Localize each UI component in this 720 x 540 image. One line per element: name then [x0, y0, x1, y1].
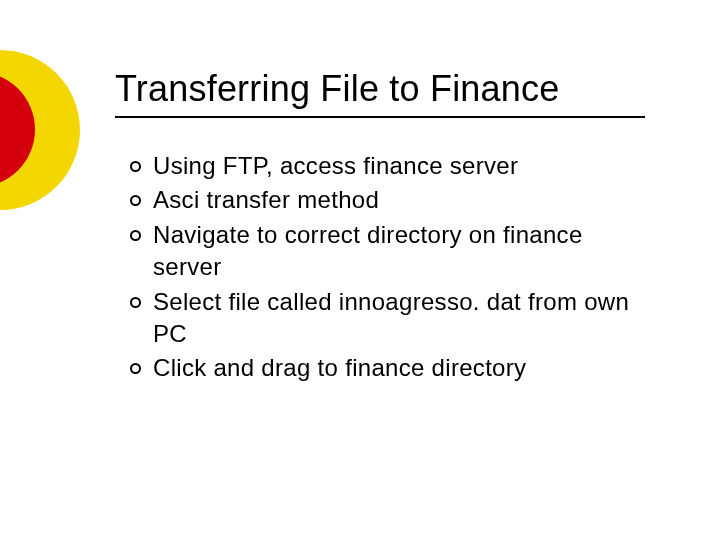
slide-body: Using FTP, access finance server Asci tr… — [130, 150, 650, 387]
list-item-text: Navigate to correct directory on finance… — [153, 219, 650, 284]
list-item-text: Asci transfer method — [153, 184, 650, 216]
list-item-text: Using FTP, access finance server — [153, 150, 650, 182]
bullet-icon — [130, 297, 141, 308]
title-underline — [115, 116, 645, 118]
slide-title: Transferring File to Finance — [115, 68, 559, 110]
list-item-text: Click and drag to finance directory — [153, 352, 650, 384]
bullet-icon — [130, 363, 141, 374]
list-item: Select file called innoagresso. dat from… — [130, 286, 650, 351]
bullet-icon — [130, 195, 141, 206]
list-item: Asci transfer method — [130, 184, 650, 216]
bullet-icon — [130, 230, 141, 241]
list-item: Using FTP, access finance server — [130, 150, 650, 182]
bullet-icon — [130, 161, 141, 172]
slide-accent-graphic — [0, 50, 80, 210]
list-item: Navigate to correct directory on finance… — [130, 219, 650, 284]
list-item: Click and drag to finance directory — [130, 352, 650, 384]
list-item-text: Select file called innoagresso. dat from… — [153, 286, 650, 351]
